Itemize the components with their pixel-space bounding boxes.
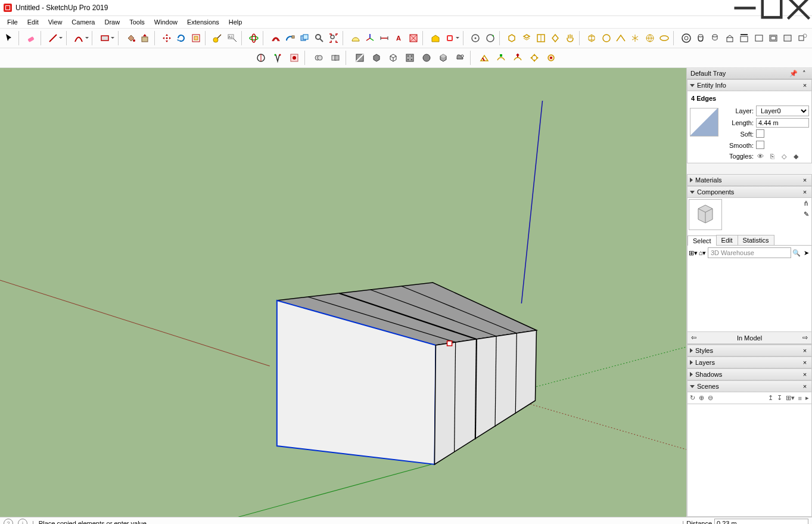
menu-help[interactable]: Help <box>224 17 247 27</box>
components-list[interactable] <box>687 260 811 331</box>
dimension-tool-icon[interactable] <box>378 30 391 46</box>
shaded-textures-mode-icon[interactable] <box>435 50 451 66</box>
protractor-icon[interactable] <box>349 30 362 46</box>
scenes-list[interactable] <box>687 404 812 517</box>
info-icon[interactable]: i <box>18 519 27 524</box>
sandbox-stamp-icon[interactable] <box>527 50 542 66</box>
arc-tool-icon[interactable] <box>72 30 85 46</box>
menu-extensions[interactable]: Extensions <box>182 17 224 27</box>
move-tool-icon[interactable] <box>160 30 173 46</box>
toggle-lock-icon[interactable]: ⎘ <box>768 152 776 160</box>
menu-view[interactable]: View <box>43 17 67 27</box>
sandbox-smoove-icon[interactable] <box>510 50 525 66</box>
zoom-tool-icon[interactable] <box>312 30 325 46</box>
section-cut-icon[interactable] <box>738 30 751 46</box>
scene-details-icon[interactable]: ▸ <box>805 394 809 402</box>
scene-view-icon[interactable]: ⊞▾ <box>786 394 795 402</box>
distance-value[interactable]: 0.23 m <box>714 519 808 524</box>
viewport[interactable] <box>0 68 686 517</box>
previous-view-icon[interactable] <box>781 30 794 46</box>
warehouse-search-input[interactable]: 3D Warehouse <box>708 247 791 258</box>
back-arrow-icon[interactable]: ⇦ <box>691 334 696 342</box>
style-xray-icon[interactable] <box>658 30 671 46</box>
entity-info-header[interactable]: Entity Info × <box>687 79 812 91</box>
close-panel-icon[interactable]: × <box>801 81 809 89</box>
toggle-cast-icon[interactable]: ◆ <box>792 152 800 160</box>
component-thumbnail[interactable] <box>689 199 722 230</box>
help-icon[interactable]: ? <box>4 519 13 524</box>
3dtext-tool-icon[interactable]: A <box>393 30 406 46</box>
component-expand-icon[interactable]: ň <box>802 199 810 207</box>
close-panel-icon[interactable]: × <box>801 176 809 184</box>
forward-icon[interactable]: ➤ <box>802 249 810 257</box>
close-panel-icon[interactable]: × <box>801 346 809 355</box>
line-tool-icon[interactable] <box>46 30 60 46</box>
soft-checkbox[interactable] <box>756 129 764 138</box>
style-textured-icon[interactable] <box>629 30 642 46</box>
menu-edit[interactable]: Edit <box>23 17 43 27</box>
style-wireframe-icon[interactable] <box>585 30 598 46</box>
close-panel-icon[interactable]: × <box>801 370 809 379</box>
iso-view-icon[interactable] <box>505 30 518 46</box>
solid-union-icon[interactable] <box>311 50 326 66</box>
search-icon[interactable]: 🔍 <box>792 249 801 257</box>
close-button[interactable] <box>785 0 812 15</box>
fog-toggle-icon[interactable] <box>287 50 302 66</box>
menu-window[interactable]: Window <box>150 17 182 27</box>
solid-intersect-icon[interactable] <box>328 50 343 66</box>
tape-measure-icon[interactable] <box>211 30 224 46</box>
scene-add-icon[interactable]: ⊕ <box>699 394 704 402</box>
scene-remove-icon[interactable]: ⊖ <box>708 394 713 402</box>
section-fill-icon[interactable] <box>752 30 765 46</box>
followme-tool-icon[interactable] <box>284 30 297 46</box>
hiddenline-mode-icon[interactable] <box>402 50 418 66</box>
style-shaded-icon[interactable] <box>614 30 627 46</box>
view-mode-icon[interactable]: ⊞▾ <box>689 249 697 257</box>
eraser-tool-icon[interactable] <box>24 30 38 46</box>
tab-statistics[interactable]: Statistics <box>738 235 774 245</box>
close-panel-icon[interactable]: × <box>801 382 809 390</box>
tab-select[interactable]: Select <box>687 235 717 246</box>
scene-update-icon[interactable]: ↻ <box>690 394 695 402</box>
orbit-tool-icon[interactable] <box>247 30 260 46</box>
warehouse-icon[interactable] <box>428 30 441 46</box>
component-create-icon[interactable]: ✎ <box>802 210 810 218</box>
layers-header[interactable]: Layers × <box>687 356 812 368</box>
length-field[interactable] <box>756 118 809 128</box>
materials-header[interactable]: Materials × <box>687 174 812 186</box>
toggle-shadows-icon[interactable]: ◇ <box>780 152 788 160</box>
sandbox-drape-icon[interactable] <box>543 50 559 66</box>
select-tool-icon[interactable] <box>3 30 16 46</box>
outer-shell-icon[interactable] <box>298 30 311 46</box>
pan-tool-icon[interactable] <box>564 30 577 46</box>
close-panel-icon[interactable]: × <box>801 188 809 196</box>
wireframe-mode-icon[interactable] <box>385 50 401 66</box>
top-view-icon[interactable] <box>519 30 533 46</box>
scene-move-up-icon[interactable]: ↥ <box>768 394 773 402</box>
style-hidden-icon[interactable] <box>599 30 612 46</box>
section-display-icon[interactable] <box>723 30 736 46</box>
minimize-button[interactable] <box>732 0 758 15</box>
styles-header[interactable]: Styles × <box>687 345 812 356</box>
scene-menu-icon[interactable]: ≡ <box>798 395 802 402</box>
paint-bucket-icon[interactable] <box>124 30 137 46</box>
shadows-header[interactable]: Shadows × <box>687 368 812 380</box>
rectangle-tool-icon[interactable] <box>98 30 111 46</box>
components-header[interactable]: Components × <box>687 186 812 198</box>
pushpull-tool-icon[interactable] <box>138 30 151 46</box>
pin-icon[interactable]: 📌 <box>789 69 798 77</box>
menu-camera[interactable]: Camera <box>67 17 99 27</box>
add-location-icon[interactable] <box>483 30 496 46</box>
scenes-header[interactable]: Scenes × <box>687 380 812 392</box>
backedges-mode-icon[interactable] <box>369 50 384 66</box>
tab-edit[interactable]: Edit <box>716 235 738 245</box>
layer-select[interactable]: Layer0 <box>756 106 809 116</box>
tray-header[interactable]: Default Tray 📌 ˄ <box>687 68 812 79</box>
menu-draw[interactable]: Draw <box>99 17 125 27</box>
walk-tool-icon[interactable] <box>708 30 721 46</box>
rotate-tool-icon[interactable] <box>175 30 188 46</box>
next-view-icon[interactable] <box>796 30 809 46</box>
zoom-extents-icon[interactable] <box>327 30 340 46</box>
text-tool-icon[interactable]: A1 <box>225 30 238 46</box>
close-panel-icon[interactable]: × <box>801 358 809 367</box>
